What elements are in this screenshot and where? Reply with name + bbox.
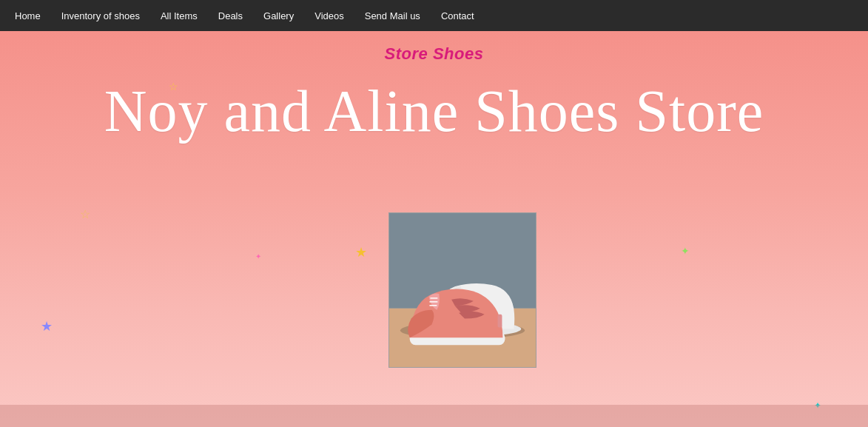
star-decoration-1: ☆: [169, 81, 178, 92]
star-decoration-5: ✦: [255, 253, 261, 260]
hero-heading: Noy and Aline Shoes Store: [104, 78, 764, 144]
shoe-image: [388, 212, 536, 368]
star-decoration-2: ☆: [80, 209, 90, 221]
bottom-bar: [0, 405, 868, 427]
hero-section: Store Shoes Noy and Aline Shoes Store ☆ …: [0, 31, 868, 427]
nav-contact[interactable]: Contact: [441, 10, 474, 21]
nav-all-items[interactable]: All Items: [161, 10, 198, 21]
svg-rect-11: [498, 315, 502, 328]
nav-home[interactable]: Home: [15, 10, 41, 21]
nav-send-mail[interactable]: Send Mail us: [365, 10, 420, 21]
nav-inventory[interactable]: Inventory of shoes: [61, 10, 140, 21]
star-decoration-3: ★: [355, 246, 367, 259]
nav-gallery[interactable]: Gallery: [263, 10, 294, 21]
navigation: Home Inventory of shoes All Items Deals …: [0, 0, 868, 31]
nav-deals[interactable]: Deals: [218, 10, 243, 21]
store-title: Store Shoes: [385, 44, 484, 64]
star-decoration-6: ★: [41, 320, 53, 333]
star-decoration-4: ✦: [681, 246, 690, 256]
nav-videos[interactable]: Videos: [314, 10, 344, 21]
